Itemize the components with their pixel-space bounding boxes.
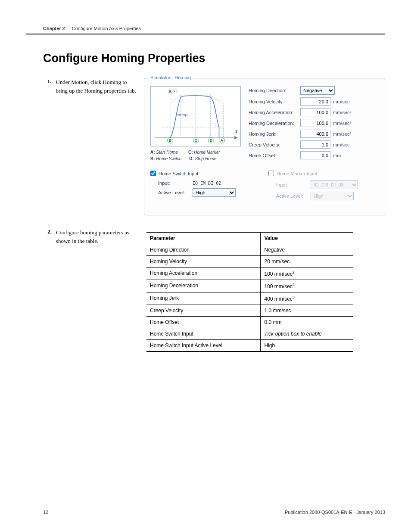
param-velocity-label: Homing Velocity: bbox=[249, 99, 300, 104]
table-cell-value: 20 mm/sec bbox=[261, 256, 353, 268]
table-row: Homing DirectionNegative bbox=[146, 244, 353, 256]
home-switch-block: Home Switch Input Input: IO_EM_DI_02 Act… bbox=[150, 171, 261, 203]
table-row: Home Switch InputTick option box to enab… bbox=[146, 328, 353, 340]
chapter-title: Configure Motion Axis Properties bbox=[72, 26, 141, 31]
legend-d-key: D: bbox=[189, 156, 194, 161]
home-switch-input-label: Input: bbox=[158, 180, 193, 186]
homing-params: Homing Direction: Negative Homing Veloci… bbox=[249, 86, 379, 162]
legend-a-key: A: bbox=[150, 150, 155, 155]
diagram-marker-a: A bbox=[219, 137, 225, 143]
home-marker-input-label: Input: bbox=[276, 182, 311, 187]
table-cell-parameter: Home Switch Input Active Level bbox=[146, 340, 261, 352]
home-switch-level-label: Active Level: bbox=[158, 190, 193, 195]
home-switch-input-value: IO_EM_DI_02 bbox=[193, 181, 221, 186]
table-cell-parameter: Homing Deceleration bbox=[146, 280, 261, 292]
param-decel-unit: mm/sec² bbox=[333, 121, 351, 126]
legend-b-key: B: bbox=[150, 156, 155, 161]
home-marker-checkbox[interactable] bbox=[268, 171, 274, 176]
publication-info: Publication 2080-QS001A-EN-E - January 2… bbox=[285, 510, 385, 515]
svg-marker-3 bbox=[234, 136, 238, 140]
param-creep-label: Creep Velocity: bbox=[249, 142, 300, 147]
home-marker-level-label: Active Level: bbox=[276, 193, 311, 199]
svg-marker-1 bbox=[168, 89, 172, 93]
table-cell-value: 1.0 mm/sec bbox=[261, 305, 353, 317]
chapter-label: Chapter 2 bbox=[43, 26, 65, 31]
home-switch-checkbox[interactable] bbox=[150, 171, 156, 176]
legend-d-val: Stop Home bbox=[195, 156, 217, 161]
table-cell-parameter: Homing Jerk bbox=[146, 292, 261, 305]
home-switch-title: Home Switch Input bbox=[159, 171, 198, 176]
diagram-marker-d: D bbox=[208, 137, 214, 143]
page-footer: 12 Publication 2080-QS001A-EN-E - Januar… bbox=[43, 510, 385, 515]
step-2-number: 2. bbox=[43, 228, 56, 235]
param-velocity-input[interactable] bbox=[300, 97, 330, 106]
step-2: 2. Configure homing parameters as shown … bbox=[43, 228, 385, 352]
legend-a-val: Start Home bbox=[156, 150, 178, 155]
homing-diagram: |v| creep s B C D A bbox=[150, 86, 241, 146]
table-cell-parameter: Homing Velocity bbox=[146, 256, 261, 268]
table-cell-value: 100 mm/sec2 bbox=[261, 280, 353, 292]
table-row: Home Offset0.0 mm bbox=[146, 317, 353, 328]
param-jerk-label: Homing Jerk: bbox=[249, 131, 300, 137]
param-offset-input[interactable] bbox=[300, 151, 330, 159]
home-switch-level-select[interactable]: High bbox=[193, 188, 236, 197]
param-decel-label: Homing Deceleration: bbox=[249, 121, 300, 126]
param-offset-label: Home Offset: bbox=[249, 153, 300, 158]
table-cell-value: 0.0 mm bbox=[261, 317, 353, 328]
table-row: Homing Deceleration100 mm/sec2 bbox=[146, 280, 353, 292]
table-cell-parameter: Home Offset bbox=[146, 317, 261, 328]
table-row: Homing Acceleration100 mm/sec2 bbox=[146, 268, 353, 280]
param-accel-unit: mm/sec² bbox=[333, 110, 351, 115]
param-jerk-unit: mm/sec³ bbox=[333, 131, 351, 137]
diagram-marker-c: C bbox=[193, 137, 199, 143]
table-cell-parameter: Creep Velocity bbox=[146, 305, 261, 317]
diagram-v-label: |v| bbox=[172, 88, 177, 93]
param-creep-unit: mm/sec bbox=[333, 142, 350, 147]
table-row: Creep Velocity1.0 mm/sec bbox=[146, 305, 353, 317]
step-1-number: 1. bbox=[43, 78, 56, 85]
homing-parameter-table: Parameter Value Homing DirectionNegative… bbox=[146, 232, 353, 352]
param-direction-label: Homing Direction: bbox=[249, 88, 300, 93]
diagram-marker-b: B bbox=[167, 137, 173, 143]
param-decel-input[interactable] bbox=[300, 119, 330, 127]
param-direction-select[interactable]: Negative bbox=[300, 86, 335, 95]
home-marker-input-select: IO_EM_DI_08 bbox=[311, 180, 358, 189]
table-cell-parameter: Homing Direction bbox=[146, 244, 261, 256]
page-number: 12 bbox=[43, 510, 48, 515]
table-row: Home Switch Input Active LevelHigh bbox=[146, 340, 353, 352]
table-head-parameter: Parameter bbox=[146, 232, 261, 244]
home-marker-title: Home Marker Input bbox=[277, 171, 317, 176]
home-marker-level-select: High bbox=[311, 192, 354, 200]
step-1-text: Under Motion, click Homing to bring up t… bbox=[56, 78, 144, 95]
diagram-creep-label: creep bbox=[177, 112, 187, 117]
simulator-homing-panel: Simulator - Homing bbox=[144, 78, 385, 215]
section-title: Configure Homing Properties bbox=[43, 52, 385, 65]
table-cell-value: Tick option box to enable bbox=[261, 328, 353, 340]
param-jerk-input[interactable] bbox=[300, 130, 330, 138]
legend-c-key: C: bbox=[188, 150, 193, 155]
table-cell-parameter: Homing Acceleration bbox=[146, 268, 261, 280]
table-cell-value: High bbox=[261, 340, 353, 352]
panel-legend: Simulator - Homing bbox=[149, 75, 193, 80]
param-offset-unit: mm bbox=[333, 153, 341, 158]
table-cell-value: 400 mm/sec3 bbox=[261, 292, 353, 305]
legend-b-val: Home Switch bbox=[156, 156, 181, 161]
step-1: 1. Under Motion, click Homing to bring u… bbox=[43, 78, 385, 215]
diagram-legend: A: Start Home C: Home Marker B: Home Swi… bbox=[150, 149, 241, 162]
table-row: Homing Jerk400 mm/sec3 bbox=[146, 292, 353, 305]
param-creep-input[interactable] bbox=[300, 140, 330, 149]
param-accel-input[interactable] bbox=[300, 108, 330, 116]
table-cell-value: Negative bbox=[261, 244, 353, 256]
param-velocity-unit: mm/sec bbox=[333, 99, 350, 104]
diagram-s-label: s bbox=[235, 129, 238, 134]
param-accel-label: Homing Acceleration: bbox=[249, 110, 300, 115]
page-header: Chapter 2 Configure Motion Axis Properti… bbox=[26, 26, 385, 34]
step-2-text: Configure homing parameters as shown in … bbox=[56, 228, 146, 245]
table-cell-value: 100 mm/sec2 bbox=[261, 268, 353, 280]
table-row: Homing Velocity20 mm/sec bbox=[146, 256, 353, 268]
table-cell-parameter: Home Switch Input bbox=[146, 328, 261, 340]
home-marker-block: Home Marker Input Input: IO_EM_DI_08 Act… bbox=[268, 171, 379, 203]
table-head-value: Value bbox=[261, 232, 353, 244]
legend-c-val: Home Marker bbox=[194, 150, 220, 155]
